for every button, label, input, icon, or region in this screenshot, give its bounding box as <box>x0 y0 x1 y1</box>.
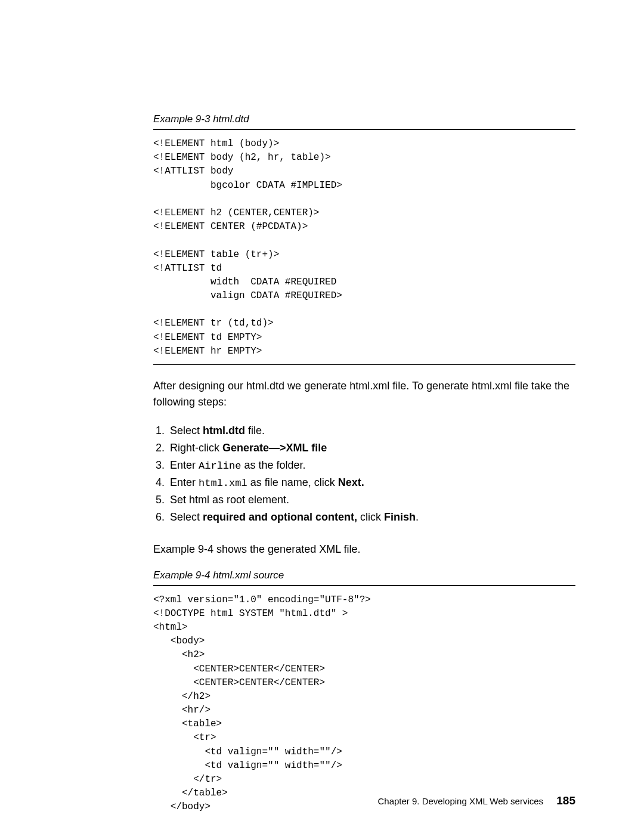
step-text: file. <box>245 425 265 436</box>
step-text: Set html as root element. <box>170 494 289 506</box>
document-page: Example 9-3 html.dtd <!ELEMENT html (bod… <box>0 0 644 833</box>
body-paragraph: After designing our html.dtd we generate… <box>153 378 575 410</box>
example-caption-2: Example 9-4 html.xml source <box>153 569 575 581</box>
footer-page-number: 185 <box>556 794 575 807</box>
example-caption-1: Example 9-3 html.dtd <box>153 113 575 125</box>
step-bold: Next. <box>338 476 364 488</box>
list-item: Select required and optional content, cl… <box>168 509 575 526</box>
step-bold: html.dtd <box>203 425 245 436</box>
list-item: Select html.dtd file. <box>168 422 575 439</box>
step-text: Enter <box>170 476 199 488</box>
step-bold: Finish <box>384 511 416 523</box>
step-mono: Airline <box>199 460 241 472</box>
step-text: as file name, click <box>247 476 338 488</box>
list-item: Enter html.xml as file name, click Next. <box>168 474 575 491</box>
step-text: . <box>416 511 419 523</box>
step-text: Right-click <box>170 442 222 454</box>
step-mono: html.xml <box>199 478 247 489</box>
list-item: Enter Airline as the folder. <box>168 457 575 474</box>
page-footer: Chapter 9. Developing XML Web services 1… <box>377 794 575 807</box>
step-text: Select <box>170 425 203 436</box>
rule <box>153 585 575 586</box>
footer-chapter: Chapter 9. Developing XML Web services <box>377 796 543 806</box>
rule <box>153 364 575 365</box>
step-text: as the folder. <box>241 459 305 471</box>
list-item: Right-click Generate—>XML file <box>168 439 575 457</box>
step-bold: required and optional content, <box>203 511 357 523</box>
step-text: Select <box>170 511 203 523</box>
step-text: Enter <box>170 459 199 471</box>
code-listing-2: <?xml version="1.0" encoding="UTF-8"?> <… <box>153 593 575 815</box>
numbered-steps: Select html.dtd file. Right-click Genera… <box>153 422 575 526</box>
body-paragraph: Example 9-4 shows the generated XML file… <box>153 541 575 558</box>
list-item: Set html as root element. <box>168 491 575 509</box>
step-bold: Generate—>XML file <box>222 442 327 454</box>
rule <box>153 129 575 130</box>
code-listing-1: <!ELEMENT html (body)> <!ELEMENT body (h… <box>153 137 575 358</box>
step-text: click <box>357 511 384 523</box>
